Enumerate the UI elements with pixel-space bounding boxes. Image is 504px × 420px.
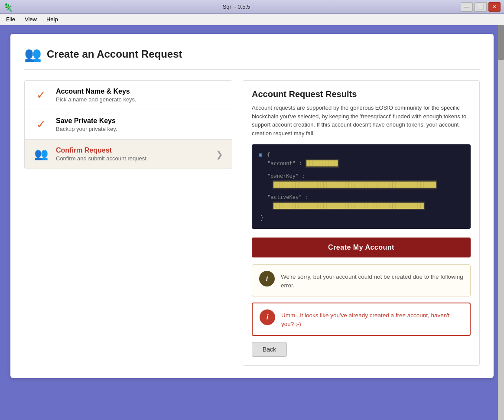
- code-open-brace: {: [267, 150, 270, 159]
- titlebar-title: Sqrl - 0.5.5: [12, 3, 461, 10]
- code-line-1: ▣ {: [259, 150, 464, 159]
- code-line-ownerkey: "ownerKey" :: [259, 172, 464, 180]
- code-block: ▣ { "account" : ██████████ "ownerKey" :: [252, 144, 471, 229]
- step3-icon: 👥: [33, 147, 49, 161]
- scrollbar-track: [498, 25, 504, 420]
- results-title: Account Request Results: [252, 89, 471, 99]
- close-button[interactable]: ✕: [488, 2, 501, 12]
- code-activekey-key: "activeKey": [267, 193, 302, 202]
- code-ownerkey-val: ████████████████████████████████████████…: [273, 180, 437, 189]
- code-account-val: ██████████: [306, 159, 338, 168]
- step3-arrow-icon: ❯: [216, 149, 223, 160]
- code-close-brace: }: [259, 214, 263, 222]
- menu-help[interactable]: Help: [42, 15, 62, 23]
- two-column-layout: ✓ Account Name & Keys Pick a name and ge…: [24, 80, 480, 366]
- titlebar-left: 🦎: [3, 3, 12, 11]
- info-icon: i: [266, 275, 268, 283]
- code-line-ownerkey-val: ████████████████████████████████████████…: [259, 180, 464, 189]
- step3-subtitle: Confirm and submit account request.: [56, 155, 148, 162]
- create-my-account-button[interactable]: Create My Account: [252, 238, 471, 257]
- back-button[interactable]: Back: [252, 342, 287, 357]
- right-panel: Account Request Results Account requests…: [243, 80, 480, 366]
- code-line-close: }: [259, 214, 464, 222]
- step2-content: Save Private Keys Backup your private ke…: [56, 117, 117, 132]
- step2-title: Save Private Keys: [56, 117, 117, 125]
- main-card: 👥 Create an Account Request ✓ Account Na…: [10, 34, 494, 378]
- minimize-button[interactable]: —: [461, 2, 473, 12]
- step3-content: Confirm Request Confirm and submit accou…: [56, 147, 148, 162]
- code-ownerkey-key: "ownerKey": [267, 172, 299, 180]
- code-line-account: "account" : ██████████: [259, 159, 464, 168]
- step1-content: Account Name & Keys Pick a name and gene…: [56, 88, 137, 103]
- scrollbar-thumb[interactable]: [498, 25, 504, 60]
- step1-checkmark: ✓: [33, 88, 49, 102]
- code-line-activekey: "activeKey" :: [259, 193, 464, 202]
- code-colon1: :: [299, 159, 302, 168]
- header-icon: 👥: [24, 46, 42, 62]
- info-icon-wrap: i: [259, 271, 275, 287]
- error-text: Umm...it looks like you've already creat…: [281, 309, 463, 329]
- step2-subtitle: Backup your private key.: [56, 126, 117, 132]
- error-icon: i: [267, 313, 268, 321]
- code-account-key: "account": [267, 159, 296, 168]
- step-account-name: ✓ Account Name & Keys Pick a name and ge…: [25, 81, 232, 110]
- code-colon3: :: [305, 193, 308, 202]
- step3-title: Confirm Request: [56, 147, 148, 154]
- card-header: 👥 Create an Account Request: [24, 46, 480, 70]
- error-icon-wrap: i: [260, 309, 275, 325]
- app-icon: 🦎: [3, 3, 12, 11]
- info-box: i We're sorry, but your account could no…: [252, 264, 471, 297]
- code-indicator: ▣: [259, 150, 262, 159]
- step1-title: Account Name & Keys: [56, 88, 137, 95]
- step1-subtitle: Pick a name and generate keys.: [56, 96, 137, 103]
- menu-view[interactable]: View: [20, 15, 41, 23]
- step2-checkmark: ✓: [33, 118, 49, 131]
- steps-panel: ✓ Account Name & Keys Pick a name and ge…: [24, 80, 232, 169]
- titlebar: 🦎 Sqrl - 0.5.5 — ⬜ ✕: [0, 0, 504, 14]
- step-confirm-request: 👥 Confirm Request Confirm and submit acc…: [25, 140, 232, 169]
- step-save-keys: ✓ Save Private Keys Backup your private …: [25, 110, 232, 140]
- menubar: File View Help: [0, 14, 504, 25]
- code-line-activekey-val: ████████████████████████████████████████…: [259, 202, 464, 210]
- error-box: i Umm...it looks like you've already cre…: [252, 303, 471, 336]
- menu-file[interactable]: File: [2, 15, 20, 23]
- info-text: We're sorry, but your account could not …: [281, 271, 463, 290]
- code-activekey-val: ████████████████████████████████████████…: [273, 202, 425, 210]
- code-colon2: :: [302, 172, 305, 180]
- app-background: 👥 Create an Account Request ✓ Account Na…: [0, 25, 504, 420]
- maximize-button[interactable]: ⬜: [475, 2, 487, 12]
- page-title: Create an Account Request: [47, 48, 182, 60]
- results-description: Account requests are supported by the ge…: [252, 104, 471, 137]
- titlebar-controls: — ⬜ ✕: [461, 2, 501, 12]
